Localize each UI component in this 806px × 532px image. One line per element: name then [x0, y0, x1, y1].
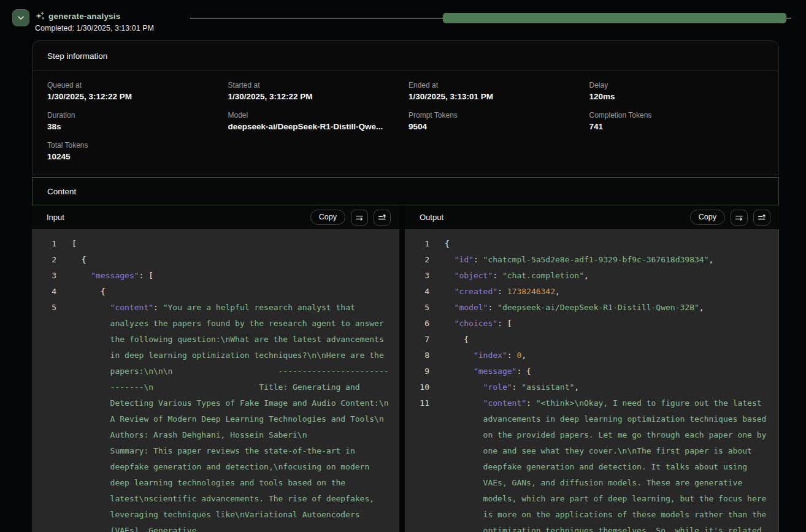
field-queued-at: Queued at1/30/2025, 3:12:22 PM — [47, 81, 222, 101]
input-panel-title: Input — [47, 213, 64, 222]
line-number: 6 — [405, 316, 429, 332]
line-content: "created": 1738246342, — [445, 284, 778, 300]
line-number: 11 — [405, 395, 429, 411]
code-line: 9"message": { — [405, 363, 778, 379]
field-label: Started at — [228, 81, 403, 89]
field-ended-at: Ended at1/30/2025, 3:13:01 PM — [409, 81, 583, 101]
step-completed-timestamp: Completed: 1/30/2025, 3:13:01 PM — [35, 24, 154, 32]
scroll-top-icon — [757, 213, 767, 222]
step-header: generate-analysis Completed: 1/30/2025, … — [0, 0, 806, 40]
code-line: 3"object": "chat.completion", — [405, 268, 778, 284]
code-line: 4"created": 1738246342, — [405, 284, 778, 300]
line-number: 8 — [405, 348, 429, 363]
field-label: Model — [228, 111, 403, 120]
field-value: 38s — [47, 122, 222, 131]
field-value: 741 — [589, 122, 764, 131]
line-number: 3 — [32, 268, 56, 284]
line-content: "content": "You are a helpful research a… — [72, 300, 399, 532]
content-title: Content — [47, 187, 76, 196]
output-panel-title: Output — [420, 213, 443, 222]
output-code-editor[interactable]: 1{2"id": "chatcmpl-5a5d2e8e-adf1-9329-bf… — [405, 229, 779, 532]
copy-button-label: Copy — [319, 213, 337, 221]
field-label: Prompt Tokens — [409, 111, 583, 120]
wrap-text-icon — [355, 213, 364, 222]
step-information-title: Step information — [33, 41, 778, 71]
field-prompt-tokens: Prompt Tokens9504 — [409, 111, 583, 131]
field-label: Duration — [47, 111, 222, 120]
field-value: 1/30/2025, 3:12:22 PM — [47, 92, 222, 101]
field-label: Queued at — [47, 81, 222, 89]
field-delay: Delay120ms — [589, 81, 764, 101]
input-code-editor[interactable]: 1[2{3"messages": [4{5"content": "You are… — [32, 229, 399, 532]
line-content: "object": "chat.completion", — [445, 268, 778, 284]
output-copy-button[interactable]: Copy — [690, 210, 725, 225]
line-number: 2 — [32, 252, 56, 268]
input-scroll-top-button[interactable] — [374, 210, 391, 226]
line-number: 2 — [405, 252, 429, 268]
input-copy-button[interactable]: Copy — [310, 210, 345, 225]
field-label: Ended at — [409, 81, 583, 89]
line-number: 4 — [405, 284, 429, 300]
input-wrap-text-button[interactable] — [351, 210, 368, 226]
field-label: Delay — [589, 81, 764, 89]
field-value: 9504 — [409, 122, 583, 131]
field-value: 120ms — [589, 92, 764, 101]
line-content: "id": "chatcmpl-5a5d2e8e-adf1-9329-bf9c-… — [445, 252, 778, 268]
copy-button-label: Copy — [699, 213, 716, 221]
chevron-down-icon — [17, 13, 25, 22]
code-line: 1{ — [405, 236, 778, 252]
output-panel: Output Copy — [405, 205, 779, 532]
field-label: Completion Tokens — [589, 111, 764, 120]
field-completion-tokens: Completion Tokens741 — [589, 111, 764, 131]
line-number: 5 — [32, 300, 56, 316]
line-content: "choices": [ — [445, 316, 778, 332]
content-section-header: Content — [32, 177, 779, 205]
code-line: 1[ — [32, 236, 399, 252]
field-duration: Duration38s — [47, 111, 222, 131]
line-content: { — [72, 284, 399, 300]
code-line: 11"content": "<think>\nOkay, I need to f… — [405, 395, 778, 532]
line-number: 9 — [405, 363, 429, 379]
line-content: { — [445, 236, 778, 252]
field-model: Modeldeepseek-ai/DeepSeek-R1-Distill-Qwe… — [228, 111, 403, 131]
line-number: 1 — [405, 236, 429, 252]
code-line: 6"choices": [ — [405, 316, 778, 332]
line-content: "role": "assistant", — [445, 379, 778, 395]
line-content: "messages": [ — [72, 268, 399, 284]
step-title: generate-analysis — [48, 12, 120, 21]
code-line: 4{ — [32, 284, 399, 300]
output-scroll-top-button[interactable] — [753, 210, 770, 226]
code-line: 3"messages": [ — [32, 268, 399, 284]
output-wrap-text-button[interactable] — [731, 210, 748, 226]
code-line: 10"role": "assistant", — [405, 379, 778, 395]
step-information-panel: Step information Queued at1/30/2025, 3:1… — [32, 40, 779, 175]
line-content: "message": { — [445, 363, 778, 379]
line-number: 7 — [405, 332, 429, 348]
line-number: 1 — [32, 236, 56, 252]
scroll-top-icon — [377, 213, 387, 222]
code-line: 2"id": "chatcmpl-5a5d2e8e-adf1-9329-bf9c… — [405, 252, 778, 268]
code-line: 5"model": "deepseek-ai/DeepSeek-R1-Disti… — [405, 300, 778, 316]
sparkles-icon — [35, 11, 45, 21]
code-line: 7{ — [405, 332, 778, 348]
field-label: Total Tokens — [47, 141, 222, 150]
code-line: 8"index": 0, — [405, 348, 778, 363]
code-line: 2{ — [32, 252, 399, 268]
field-total-tokens: Total Tokens10245 — [47, 141, 222, 161]
field-started-at: Started at1/30/2025, 3:12:22 PM — [228, 81, 403, 101]
line-number: 5 — [405, 300, 429, 316]
line-number: 4 — [32, 284, 56, 300]
field-value: 1/30/2025, 3:12:22 PM — [228, 92, 403, 101]
field-value: deepseek-ai/DeepSeek-R1-Distill-Qwe... — [228, 122, 403, 131]
line-content: { — [445, 332, 778, 348]
line-content: "content": "<think>\nOkay, I need to fig… — [445, 395, 778, 532]
code-line: 5"content": "You are a helpful research … — [32, 300, 399, 532]
field-value: 1/30/2025, 3:13:01 PM — [409, 92, 583, 101]
line-number: 10 — [405, 379, 429, 395]
line-content: "model": "deepseek-ai/DeepSeek-R1-Distil… — [445, 300, 778, 316]
line-content: "index": 0, — [445, 348, 778, 363]
collapse-step-button[interactable] — [12, 9, 29, 26]
timeline-step-bar[interactable] — [443, 13, 786, 23]
line-number: 3 — [405, 268, 429, 284]
line-content: { — [72, 252, 399, 268]
